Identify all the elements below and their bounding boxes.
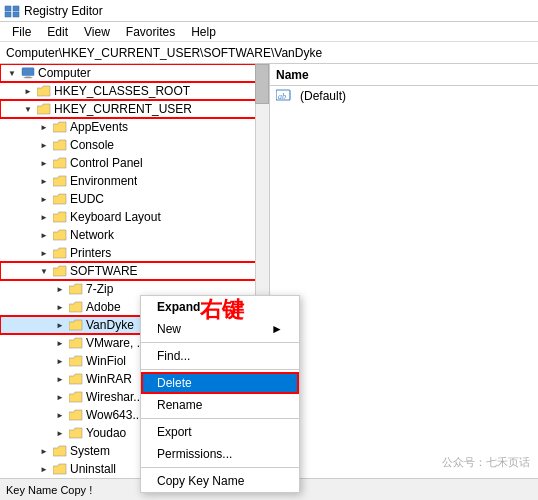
menu-file[interactable]: File [4, 22, 39, 41]
tree-label-adobe: Adobe [86, 300, 121, 314]
tree-item-environment[interactable]: ► Environment [0, 172, 269, 190]
ctx-item-permissions[interactable]: Permissions... [141, 443, 299, 465]
status-text: Key Name Copy ! [6, 484, 92, 496]
expand-icon-winrar[interactable]: ► [52, 371, 68, 387]
expand-icon-wow6432[interactable]: ► [52, 407, 68, 423]
tree-label-hkey-current-user: HKEY_CURRENT_USER [54, 102, 192, 116]
tree-item-hkey-current-user[interactable]: ▼ HKEY_CURRENT_USER [0, 100, 269, 118]
scrollbar-thumb[interactable] [255, 64, 269, 104]
tree-item-eudc[interactable]: ► EUDC [0, 190, 269, 208]
folder-icon-winfiol [68, 354, 84, 368]
tree-item-hkey-classes-root[interactable]: ► HKEY_CLASSES_ROOT [0, 82, 269, 100]
ctx-separator-sep1 [141, 342, 299, 343]
tree-item-control-panel[interactable]: ► Control Panel [0, 154, 269, 172]
svg-rect-1 [13, 6, 19, 11]
tree-label-system: System [70, 444, 110, 458]
expand-icon-vandyke[interactable]: ► [52, 317, 68, 333]
menu-help[interactable]: Help [183, 22, 224, 41]
tree-label-youdao: Youdao [86, 426, 126, 440]
folder-icon-keyboard-layout [52, 210, 68, 224]
folder-icon-uninstall [52, 462, 68, 476]
menu-edit[interactable]: Edit [39, 22, 76, 41]
expand-icon-wireshark[interactable]: ► [52, 389, 68, 405]
address-bar: Computer\HKEY_CURRENT_USER\SOFTWARE\VanD… [0, 42, 538, 64]
right-item-default: ab (Default) [270, 86, 538, 106]
svg-rect-6 [24, 77, 33, 78]
tree-label-vmware: VMware, ... [86, 336, 147, 350]
expand-icon-system[interactable]: ► [36, 443, 52, 459]
ctx-item-find[interactable]: Find... [141, 345, 299, 367]
svg-rect-2 [5, 12, 11, 17]
folder-icon-hkey-classes-root [36, 84, 52, 98]
folder-icon-environment [52, 174, 68, 188]
folder-icon-vmware [68, 336, 84, 350]
folder-icon-eudc [52, 192, 68, 206]
address-path: Computer\HKEY_CURRENT_USER\SOFTWARE\VanD… [6, 46, 322, 60]
expand-icon-appevents[interactable]: ► [36, 119, 52, 135]
expand-icon-hkey-current-user[interactable]: ▼ [20, 101, 36, 117]
ctx-item-export[interactable]: Export [141, 421, 299, 443]
tree-item-appevents[interactable]: ► AppEvents [0, 118, 269, 136]
ctx-separator-sep4 [141, 467, 299, 468]
tree-label-keyboard-layout: Keyboard Layout [70, 210, 161, 224]
expand-icon-software[interactable]: ▼ [36, 263, 52, 279]
expand-icon-eudc[interactable]: ► [36, 191, 52, 207]
folder-icon-network [52, 228, 68, 242]
folder-icon-7zip [68, 282, 84, 296]
tree-item-computer[interactable]: ▼ Computer [0, 64, 269, 82]
folder-icon-hkey-current-user [36, 102, 52, 116]
tree-label-vandyke: VanDyke [86, 318, 134, 332]
menu-view[interactable]: View [76, 22, 118, 41]
tree-label-eudc: EUDC [70, 192, 104, 206]
expand-icon-uninstall[interactable]: ► [36, 461, 52, 477]
expand-icon-control-panel[interactable]: ► [36, 155, 52, 171]
expand-icon-youdao[interactable]: ► [52, 425, 68, 441]
menu-bar: File Edit View Favorites Help [0, 22, 538, 42]
title-bar-text: Registry Editor [24, 4, 103, 18]
expand-icon-adobe[interactable]: ► [52, 299, 68, 315]
ctx-arrow-new: ► [271, 322, 283, 336]
tree-item-network[interactable]: ► Network [0, 226, 269, 244]
expand-icon-console[interactable]: ► [36, 137, 52, 153]
tree-label-control-panel: Control Panel [70, 156, 143, 170]
expand-icon-keyboard-layout[interactable]: ► [36, 209, 52, 225]
expand-icon-computer[interactable]: ▼ [4, 65, 20, 81]
expand-icon-network[interactable]: ► [36, 227, 52, 243]
tree-label-console: Console [70, 138, 114, 152]
computer-icon [20, 66, 36, 80]
tree-label-network: Network [70, 228, 114, 242]
svg-text:ab: ab [278, 92, 286, 101]
tree-item-printers[interactable]: ► Printers [0, 244, 269, 262]
ctx-item-rename[interactable]: Rename [141, 394, 299, 416]
tree-label-hkey-classes-root: HKEY_CLASSES_ROOT [54, 84, 190, 98]
folder-icon-console [52, 138, 68, 152]
folder-icon-wireshark [68, 390, 84, 404]
ctx-item-copy-key-name[interactable]: Copy Key Name [141, 470, 299, 492]
expand-icon-printers[interactable]: ► [36, 245, 52, 261]
tree-label-wow6432: Wow643... [86, 408, 142, 422]
expand-icon-winfiol[interactable]: ► [52, 353, 68, 369]
ctx-item-delete[interactable]: Delete [141, 372, 299, 394]
ctx-item-new[interactable]: New► [141, 318, 299, 340]
expand-icon-hkey-classes-root[interactable]: ► [20, 83, 36, 99]
tree-item-software[interactable]: ▼ SOFTWARE [0, 262, 269, 280]
folder-icon-system [52, 444, 68, 458]
ctx-item-expand[interactable]: Expand [141, 296, 299, 318]
menu-favorites[interactable]: Favorites [118, 22, 183, 41]
folder-icon-vandyke [68, 318, 84, 332]
app-icon [4, 3, 20, 19]
expand-icon-vmware[interactable]: ► [52, 335, 68, 351]
svg-rect-4 [22, 68, 34, 76]
expand-icon-environment[interactable]: ► [36, 173, 52, 189]
folder-icon-winrar [68, 372, 84, 386]
svg-rect-0 [5, 6, 11, 11]
folder-icon-youdao [68, 426, 84, 440]
ab-icon: ab [276, 88, 296, 104]
expand-icon-7zip[interactable]: ► [52, 281, 68, 297]
folder-icon-adobe [68, 300, 84, 314]
tree-item-console[interactable]: ► Console [0, 136, 269, 154]
folder-icon-printers [52, 246, 68, 260]
tree-item-keyboard-layout[interactable]: ► Keyboard Layout [0, 208, 269, 226]
folder-icon-software [52, 264, 68, 278]
tree-label-appevents: AppEvents [70, 120, 128, 134]
